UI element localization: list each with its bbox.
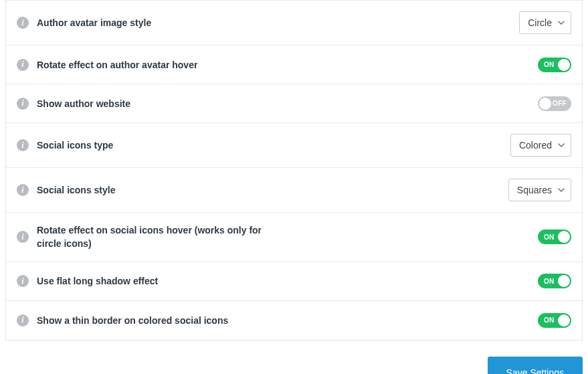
toggle-state-label: OFF bbox=[553, 100, 567, 107]
toggle-show-author-website[interactable]: OFF bbox=[538, 96, 571, 111]
toggle-thin-border-colored[interactable]: ON bbox=[538, 313, 571, 328]
toggle-knob bbox=[539, 98, 551, 110]
chevron-down-icon bbox=[557, 19, 565, 27]
setting-label-wrap: i Social icons style bbox=[17, 184, 508, 196]
setting-row-thin-border-colored: i Show a thin border on colored social i… bbox=[6, 301, 582, 340]
info-icon[interactable]: i bbox=[17, 17, 29, 29]
save-settings-button[interactable]: Save Settings bbox=[488, 357, 583, 374]
select-social-icons-style[interactable]: Squares bbox=[508, 179, 571, 201]
select-value: Colored bbox=[519, 140, 552, 151]
settings-panel: i Author avatar image style Circle i Rot… bbox=[5, 0, 583, 341]
toggle-rotate-social-hover[interactable]: ON bbox=[538, 229, 571, 244]
toggle-knob bbox=[558, 59, 570, 71]
toggle-knob bbox=[558, 275, 570, 287]
setting-label-wrap: i Show a thin border on colored social i… bbox=[17, 314, 538, 326]
setting-row-social-icons-style: i Social icons style Squares bbox=[6, 168, 582, 213]
select-author-avatar-style[interactable]: Circle bbox=[519, 11, 571, 34]
info-icon[interactable]: i bbox=[17, 184, 29, 196]
setting-label: Social icons style bbox=[37, 185, 116, 195]
setting-label-wrap: i Use flat long shadow effect bbox=[17, 275, 538, 287]
setting-label: Author avatar image style bbox=[37, 17, 151, 28]
setting-row-flat-long-shadow: i Use flat long shadow effect ON bbox=[6, 262, 582, 301]
toggle-knob bbox=[558, 231, 570, 243]
info-icon[interactable]: i bbox=[17, 139, 29, 151]
info-icon[interactable]: i bbox=[17, 59, 29, 71]
setting-label: Show author website bbox=[37, 98, 130, 109]
chevron-down-icon bbox=[557, 186, 565, 194]
toggle-flat-long-shadow[interactable]: ON bbox=[538, 274, 571, 288]
setting-label: Rotate effect on author avatar hover bbox=[37, 60, 197, 70]
info-icon[interactable]: i bbox=[17, 98, 29, 110]
toggle-state-label: ON bbox=[544, 316, 555, 324]
setting-row-rotate-social-hover: i Rotate effect on social icons hover (w… bbox=[6, 213, 582, 262]
toggle-state-label: ON bbox=[544, 278, 555, 285]
info-icon[interactable]: i bbox=[17, 314, 29, 326]
toggle-state-label: ON bbox=[544, 61, 555, 68]
select-value: Circle bbox=[528, 17, 552, 28]
setting-label: Use flat long shadow effect bbox=[37, 276, 158, 286]
setting-label-wrap: i Author avatar image style bbox=[17, 17, 519, 29]
setting-label-wrap: i Show author website bbox=[17, 98, 538, 110]
setting-label-wrap: i Rotate effect on author avatar hover bbox=[17, 59, 538, 71]
chevron-down-icon bbox=[557, 141, 565, 149]
setting-label-wrap: i Social icons type bbox=[17, 139, 510, 151]
toggle-state-label: ON bbox=[544, 233, 555, 241]
setting-label: Social icons type bbox=[37, 140, 113, 151]
toggle-knob bbox=[558, 314, 570, 326]
setting-label: Show a thin border on colored social ico… bbox=[37, 315, 228, 326]
info-icon[interactable]: i bbox=[17, 275, 29, 287]
setting-row-social-icons-type: i Social icons type Colored bbox=[6, 123, 582, 168]
setting-row-show-author-website: i Show author website OFF bbox=[6, 84, 582, 123]
footer: Save Settings bbox=[0, 341, 588, 374]
select-social-icons-type[interactable]: Colored bbox=[510, 134, 571, 157]
setting-row-author-avatar-style: i Author avatar image style Circle bbox=[6, 0, 582, 45]
setting-row-rotate-avatar-hover: i Rotate effect on author avatar hover O… bbox=[6, 45, 582, 84]
setting-label-wrap: i Rotate effect on social icons hover (w… bbox=[17, 223, 298, 251]
select-value: Squares bbox=[517, 185, 552, 195]
setting-label: Rotate effect on social icons hover (wor… bbox=[37, 223, 284, 251]
toggle-rotate-avatar-hover[interactable]: ON bbox=[538, 58, 571, 72]
info-icon[interactable]: i bbox=[17, 231, 29, 243]
